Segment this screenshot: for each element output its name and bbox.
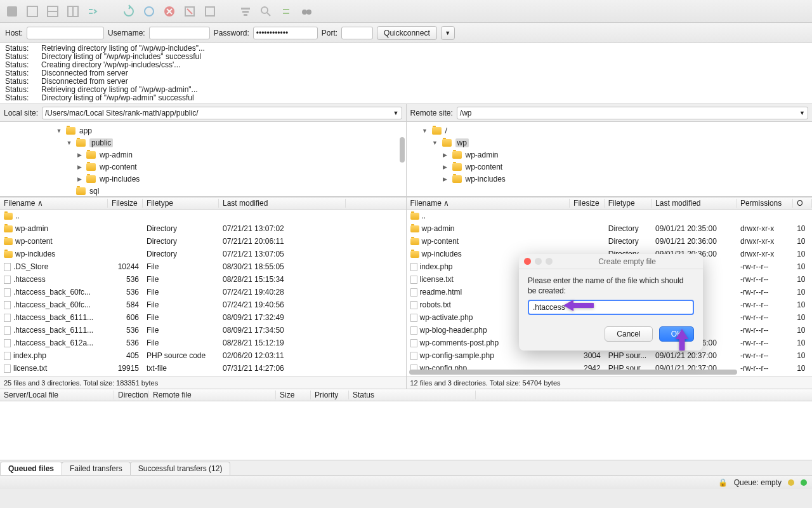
file-row[interactable]: .htaccess_back_6111...536File08/09/21 17…	[0, 324, 406, 337]
file-row[interactable]: .htaccess_back_612a...536File08/28/21 15…	[0, 337, 406, 349]
cancel-icon[interactable]	[162, 4, 176, 18]
transfer-tab[interactable]: Successful transfers (12)	[130, 462, 231, 475]
layout-icon[interactable]	[25, 4, 39, 18]
message-log: Status:Retrieving directory listing of "…	[0, 43, 812, 104]
disconnect-icon[interactable]	[183, 4, 197, 18]
tree-item[interactable]: ▼/	[407, 124, 813, 137]
refresh-icon[interactable]	[122, 4, 136, 18]
lock-icon: 🔒	[718, 478, 728, 487]
svg-rect-1	[27, 6, 37, 17]
search-icon[interactable]	[259, 4, 273, 18]
filter-icon[interactable]	[239, 4, 252, 18]
file-row[interactable]: wp-includesDirectory07/21/21 13:07:05	[0, 248, 406, 260]
local-file-list: Filename ∧FilesizeFiletypeLast modified …	[0, 197, 407, 389]
tree-item[interactable]: ▼wp	[407, 137, 813, 149]
port-input[interactable]	[341, 27, 373, 39]
dialog-close-icon[interactable]	[524, 258, 531, 265]
file-icon	[4, 326, 11, 335]
sync-icon[interactable]	[279, 4, 293, 18]
tree-item[interactable]: ▶wp-admin	[0, 149, 406, 161]
quickconnect-dropdown[interactable]: ▼	[441, 26, 455, 40]
svg-point-6	[145, 7, 154, 16]
tree-item[interactable]: sql	[0, 185, 406, 196]
transfer-tab[interactable]: Failed transfers	[62, 462, 131, 475]
transfer-tab[interactable]: Queued files	[0, 462, 62, 475]
folder-icon	[86, 175, 96, 183]
svg-point-13	[261, 7, 268, 13]
file-row[interactable]: index.php405PHP source code02/06/20 12:0…	[0, 349, 406, 362]
password-input[interactable]	[253, 27, 318, 39]
tree-item[interactable]: ▼app	[0, 124, 406, 137]
svg-rect-9	[206, 7, 214, 16]
dialog-cancel-button[interactable]: Cancel	[605, 326, 652, 342]
tree-item[interactable]: ▶wp-content	[0, 161, 406, 173]
file-icon	[4, 276, 11, 284]
file-row[interactable]: .htaccess_back_6111...606File08/09/21 17…	[0, 311, 406, 324]
tree-item[interactable]: ▶wp-content	[407, 161, 813, 173]
tree-item[interactable]: ▶wp-admin	[407, 149, 813, 161]
folder-icon	[4, 251, 13, 258]
file-icon	[4, 352, 11, 360]
folder-icon	[452, 175, 462, 183]
status-dot-warn	[788, 479, 794, 486]
remote-tree[interactable]: ▼/▼wp▶wp-admin▶wp-content▶wp-includes	[407, 122, 813, 196]
dialog-prompt: Please enter the name of the file which …	[528, 276, 694, 296]
svg-rect-11	[242, 11, 249, 13]
folder-icon	[432, 127, 442, 135]
folder-icon	[86, 163, 96, 171]
file-row[interactable]: ..	[0, 210, 406, 222]
main-toolbar	[0, 0, 812, 23]
file-row[interactable]: .htaccess_back_60fc...536File07/24/21 19…	[0, 286, 406, 298]
file-row[interactable]: .DS_Store10244File08/30/21 18:55:05	[0, 260, 406, 273]
tree-item[interactable]: ▼public	[0, 137, 406, 149]
file-row[interactable]: license.txt19915txt-file07/31/21 14:27:0…	[0, 362, 406, 375]
remote-list-header[interactable]: Filename ∧FilesizeFiletypeLast modifiedP…	[407, 197, 813, 210]
quickconnect-button[interactable]: Quickconnect	[377, 26, 437, 40]
host-label: Host:	[5, 29, 23, 37]
dialog-filename-input[interactable]	[528, 300, 694, 315]
dialog-title: Create empty file	[556, 257, 698, 266]
queue-header[interactable]: Server/Local fileDirectionRemote fileSiz…	[0, 389, 812, 401]
remote-path-select[interactable]: /wp▼	[457, 107, 808, 119]
file-icon	[410, 288, 417, 297]
binoculars-icon[interactable]	[299, 4, 313, 18]
dialog-ok-button[interactable]: OK	[659, 326, 694, 342]
file-icon	[410, 339, 417, 347]
file-row[interactable]: wp-adminDirectory09/01/21 20:35:00drwxr-…	[407, 222, 813, 235]
file-icon	[410, 263, 417, 271]
file-row[interactable]: .htaccess536File08/28/21 15:15:34	[0, 273, 406, 286]
host-input[interactable]	[27, 27, 104, 39]
username-input[interactable]	[149, 27, 210, 39]
svg-point-16	[306, 10, 311, 15]
file-icon	[4, 301, 11, 309]
sitemanager-icon[interactable]	[5, 4, 19, 18]
layout2-icon[interactable]	[46, 4, 60, 18]
quickconnect-bar: Host: Username: Password: Port: Quickcon…	[0, 23, 812, 43]
reconnect-icon[interactable]	[203, 4, 217, 18]
svg-rect-10	[241, 8, 250, 10]
compare-icon[interactable]	[86, 4, 100, 18]
local-tree[interactable]: ▼app▼public▶wp-admin▶wp-content▶wp-inclu…	[0, 122, 407, 196]
file-row[interactable]: wp-adminDirectory07/21/21 13:07:02	[0, 222, 406, 235]
tree-item[interactable]: ▶wp-includes	[407, 173, 813, 185]
file-icon	[4, 288, 11, 297]
file-icon	[410, 326, 417, 335]
file-row[interactable]: wp-contentDirectory09/01/21 20:36:00drwx…	[407, 235, 813, 248]
status-dot-ok	[801, 479, 807, 486]
layout3-icon[interactable]	[66, 4, 80, 18]
file-row[interactable]: wp-contentDirectory07/21/21 20:06:11	[0, 235, 406, 248]
local-list-header[interactable]: Filename ∧FilesizeFiletypeLast modified	[0, 197, 406, 210]
folder-icon	[410, 225, 419, 232]
local-path-select[interactable]: /Users/mac/Local Sites/rank-math/app/pub…	[42, 107, 402, 119]
remote-list-h-scrollbar[interactable]	[409, 370, 810, 375]
local-list-rows[interactable]: ..wp-adminDirectory07/21/21 13:07:02wp-c…	[0, 210, 406, 376]
local-status: 25 files and 3 directories. Total size: …	[0, 376, 406, 389]
file-row[interactable]: wp-cron.php4001PHP sour...09/01/21 20:37…	[407, 375, 813, 376]
svg-line-14	[267, 13, 270, 16]
local-tree-scrollbar[interactable]	[400, 123, 405, 195]
tree-item[interactable]: ▶wp-includes	[0, 173, 406, 185]
file-row[interactable]: ..	[407, 210, 813, 222]
file-row[interactable]: wp-config-sample.php3004PHP sour...09/01…	[407, 349, 813, 362]
process-icon[interactable]	[142, 4, 156, 18]
file-row[interactable]: .htaccess_back_60fc...584File07/24/21 19…	[0, 298, 406, 311]
